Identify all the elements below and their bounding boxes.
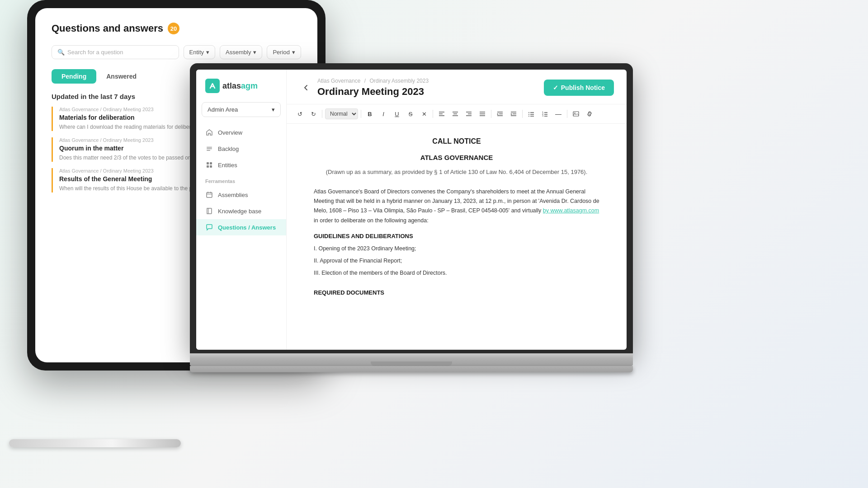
bold-button[interactable]: B (364, 108, 376, 120)
logo-agm: agm (241, 81, 258, 90)
sidebar-item-assemblies[interactable]: Assemblies (196, 187, 286, 203)
sidebar-item-backlog[interactable]: Backlog (196, 141, 286, 157)
sidebar-label-backlog: Backlog (218, 145, 239, 152)
sidebar-label-questions-answers: Questions / Answers (218, 224, 276, 231)
stylus-pencil (9, 439, 181, 447)
list-icon (205, 145, 213, 153)
align-justify-button[interactable] (476, 108, 488, 120)
doc-paragraph-1: Atlas Governance's Board of Directors co… (314, 187, 599, 225)
laptop-device: atlasagm Admin Area ▾ Overview (190, 63, 633, 366)
link-button[interactable] (584, 108, 595, 120)
svg-rect-1 (207, 149, 212, 150)
toolbar-divider-1 (322, 110, 322, 118)
period-filter-label: Period (273, 49, 290, 56)
search-box[interactable]: 🔍 Search for a question (52, 45, 179, 59)
doc-list-item-3: III. Election of the members of the Boar… (314, 268, 599, 278)
breadcrumb-part1: Atlas Governance (317, 78, 360, 84)
undo-button[interactable]: ↺ (294, 108, 306, 120)
period-filter[interactable]: Period ▾ (267, 45, 301, 59)
editor-toolbar: ↺ ↻ Normal B I U S ✕ (287, 104, 627, 124)
doc-company-name: ATLAS GOVERNANCE (314, 154, 599, 161)
svg-rect-3 (207, 162, 209, 164)
align-left-button[interactable] (436, 108, 448, 120)
search-icon: 🔍 (57, 49, 65, 56)
logo: atlasagm (196, 79, 286, 102)
chevron-down-icon: ▾ (253, 49, 256, 56)
editor-body[interactable]: CALL NOTICE ATLAS GOVERNANCE (Drawn up a… (287, 124, 627, 350)
toolbar-divider-6 (567, 110, 567, 118)
format-select[interactable]: Normal (325, 108, 358, 119)
italic-button[interactable]: I (377, 108, 389, 120)
strikethrough-button[interactable]: S (405, 108, 416, 120)
calendar-icon (205, 191, 213, 199)
chevron-down-icon: ▾ (272, 106, 275, 113)
admin-area-dropdown[interactable]: Admin Area ▾ (202, 102, 281, 117)
publish-btn-label: Publish Notice (561, 84, 605, 91)
tab-pending[interactable]: Pending (52, 69, 96, 84)
sidebar-label-overview: Overview (218, 129, 242, 136)
book-icon (205, 207, 213, 215)
svg-rect-6 (210, 165, 212, 168)
chat-icon (205, 223, 213, 231)
tablet-filters: 🔍 Search for a question Entity ▾ Assembl… (52, 45, 301, 59)
main-content: Atlas Governance / Ordinary Assembly 202… (287, 70, 627, 350)
header-left: Atlas Governance / Ordinary Assembly 202… (299, 78, 429, 98)
assembly-filter-label: Assembly (226, 49, 251, 56)
sidebar-item-overview[interactable]: Overview (196, 124, 286, 141)
grid-icon (205, 161, 213, 169)
svg-text:3.: 3. (542, 114, 544, 117)
underline-button[interactable]: U (391, 108, 403, 120)
svg-rect-7 (207, 192, 212, 197)
sidebar-item-questions-answers[interactable]: Questions / Answers (196, 219, 286, 235)
doc-call-notice-title: CALL NOTICE (314, 137, 599, 145)
search-placeholder: Search for a question (67, 49, 123, 56)
indent-decrease-button[interactable] (494, 108, 506, 120)
entity-filter-label: Entity (189, 49, 204, 56)
doc-link[interactable]: by www.atlasagm.com (543, 207, 599, 214)
chevron-down-icon: ▾ (292, 49, 295, 56)
entity-filter[interactable]: Entity ▾ (184, 45, 216, 59)
toolbar-divider-5 (522, 110, 523, 118)
sidebar-section-ferramentas: Ferramentas (196, 178, 286, 184)
sidebar-item-knowledge-base[interactable]: Knowledge base (196, 203, 286, 219)
questions-badge: 20 (168, 23, 179, 34)
image-button[interactable] (570, 108, 582, 120)
svg-rect-4 (210, 162, 212, 164)
ordered-list-button[interactable]: 1.2.3. (539, 108, 551, 120)
logo-text: atlasagm (222, 81, 258, 91)
sidebar-label-entities: Entities (218, 162, 237, 169)
tab-answered[interactable]: Answered (96, 69, 146, 84)
laptop-screen: atlasagm Admin Area ▾ Overview (196, 70, 627, 350)
toolbar-divider-2 (361, 110, 361, 118)
remove-format-button[interactable]: ✕ (418, 108, 430, 120)
align-center-button[interactable] (449, 108, 461, 120)
sidebar: atlasagm Admin Area ▾ Overview (196, 70, 287, 350)
svg-point-39 (574, 113, 575, 113)
chevron-down-icon: ▾ (206, 49, 209, 56)
laptop-hinge (371, 361, 452, 366)
check-icon: ✓ (553, 84, 558, 91)
sidebar-item-entities[interactable]: Entities (196, 157, 286, 173)
sidebar-label-assemblies: Assemblies (218, 192, 248, 198)
doc-subtitle: (Drawn up as a summary, as provided by §… (314, 168, 599, 177)
svg-rect-38 (573, 112, 579, 116)
toolbar-divider-3 (433, 110, 433, 118)
laptop-base (190, 353, 633, 366)
bullet-list-button[interactable] (525, 108, 537, 120)
admin-area-label: Admin Area (208, 106, 238, 113)
header-title-block: Atlas Governance / Ordinary Assembly 202… (317, 78, 429, 98)
assembly-filter[interactable]: Assembly ▾ (220, 45, 262, 59)
tablet-page-title: Questions and answers (52, 23, 163, 34)
back-button[interactable] (299, 81, 313, 94)
doc-list-item-2: II. Approval of the Financial Report; (314, 256, 599, 266)
align-right-button[interactable] (463, 108, 475, 120)
indent-increase-button[interactable] (508, 108, 519, 120)
svg-rect-0 (207, 147, 212, 148)
breadcrumb: Atlas Governance / Ordinary Assembly 202… (317, 78, 429, 84)
redo-button[interactable]: ↻ (307, 108, 319, 120)
doc-section2-title: REQUIRED DOCUMENTS (314, 289, 599, 296)
publish-notice-button[interactable]: ✓ Publish Notice (544, 80, 614, 96)
svg-point-26 (528, 112, 529, 113)
main-header: Atlas Governance / Ordinary Assembly 202… (287, 70, 627, 104)
horizontal-rule-button[interactable]: — (552, 108, 564, 120)
